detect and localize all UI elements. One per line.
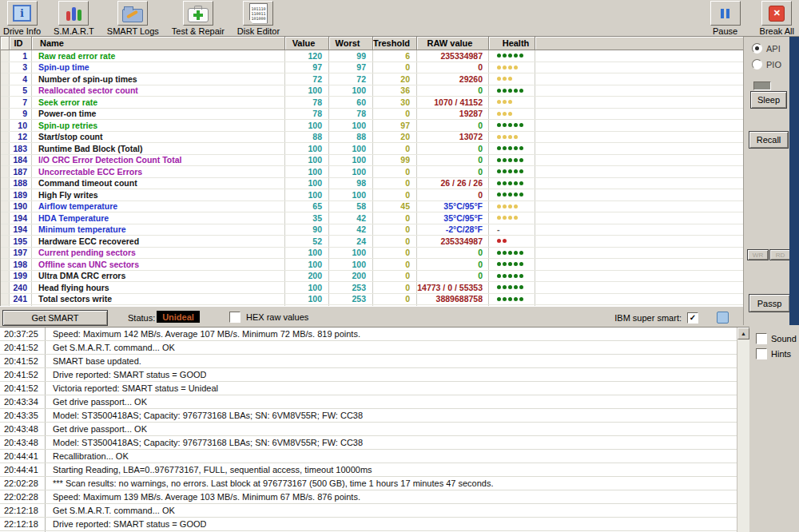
get-smart-button[interactable]: Get SMART	[2, 310, 108, 326]
attribute-value: 100	[285, 259, 329, 270]
smart-row-1[interactable]: 1Raw read error rate120996235334987	[1, 50, 744, 62]
smart-row-194[interactable]: 194HDA Temperature3542035°C/95°F	[1, 212, 744, 224]
row-filler	[535, 97, 744, 108]
log-message: Model: ST3500418AS; Capacity: 976773168 …	[46, 438, 363, 447]
attribute-health	[489, 282, 535, 293]
column-header-treshold[interactable]: Treshold	[373, 37, 417, 50]
log-scrollbar[interactable]: ▲	[737, 328, 749, 532]
smart-row-10[interactable]: 10Spin-up retries100100970	[1, 120, 744, 132]
column-header-id[interactable]: ID	[10, 37, 32, 50]
row-filler	[535, 189, 744, 200]
attribute-name: Number of spin-up times	[32, 73, 285, 85]
health-dot-green	[508, 54, 512, 58]
log-entry[interactable]: 20:41:52Get S.M.A.R.T. command... OK	[0, 341, 749, 355]
smart-row-7[interactable]: 7Seek error rate7860301070 / 41152	[1, 97, 744, 109]
smart-row-184[interactable]: 184I/O CRC Error Detection Count Total10…	[1, 155, 744, 167]
toolbar-button-test-repair[interactable]: Test & Repair	[172, 1, 225, 36]
rd-button[interactable]: RD	[769, 249, 791, 260]
log-entry[interactable]: 22:12:18Get S.M.A.R.T. command... OK	[0, 504, 749, 518]
health-dot-green	[519, 89, 523, 93]
log-timestamp: 20:44:41	[0, 463, 46, 476]
sleep-button[interactable]: Sleep	[750, 91, 787, 109]
smart-row-9[interactable]: 9Power-on time7878019287	[1, 109, 744, 121]
log-entry[interactable]: 20:44:41Starting Reading, LBA=0..9767731…	[0, 463, 749, 477]
ibm-super-smart-checkbox[interactable]: IBM super smart: ✓	[614, 312, 729, 324]
log-entry[interactable]: 20:44:41Recallibration... OK	[0, 450, 749, 463]
attribute-worst: 97	[329, 62, 373, 73]
health-dot-green	[497, 158, 501, 162]
smart-row-241[interactable]: 241Total sectors write10025303889688758	[1, 294, 744, 306]
log-message: *** Scan results: no warnings, no errors…	[46, 478, 494, 488]
attribute-name: Current pending sectors	[32, 248, 285, 259]
toolbar-button-smart-logs[interactable]: SMART Logs	[107, 1, 159, 36]
radio-pio[interactable]: PIO	[752, 59, 781, 69]
log-entry[interactable]: 20:37:25Speed: Maximum 142 MB/s. Average…	[0, 328, 749, 341]
log-timestamp: 20:41:52	[0, 368, 46, 381]
row-gutter	[1, 73, 10, 85]
smart-row-199[interactable]: 199Ultra DMA CRC errors20020000	[1, 271, 744, 283]
smart-row-187[interactable]: 187Uncorrectable ECC Errors10010000	[1, 166, 744, 178]
smart-table-header: IDNameValueWorstTresholdRAW valueHealth	[1, 37, 744, 50]
smart-row-189[interactable]: 189High Fly writes10010000	[1, 189, 744, 201]
log-entry[interactable]: 22:02:28*** Scan results: no warnings, n…	[0, 477, 749, 490]
smart-row-12[interactable]: 12Start/stop count88882013072	[1, 132, 744, 144]
smart-row-194[interactable]: 194Minimum temperature90420-2°C/28°F-	[1, 224, 744, 236]
row-filler	[535, 294, 744, 305]
log-timestamp: 20:41:52	[0, 382, 46, 395]
smart-row-4[interactable]: 4Number of spin-up times72722029260	[1, 73, 744, 85]
toolbar-button-disk-editor[interactable]: 101110110011101000Disk Editor	[237, 1, 280, 36]
smart-row-5[interactable]: 5Reallocated sector count100100360	[1, 85, 744, 97]
health-dot-green	[508, 181, 512, 185]
health-dot-green	[497, 262, 501, 266]
log-timestamp: 22:02:28	[0, 490, 46, 503]
smart-row-3[interactable]: 3Spin-up time979700	[1, 62, 744, 74]
attribute-raw-value: -2°C/28°F	[417, 224, 489, 236]
attribute-treshold: 0	[373, 189, 417, 200]
smart-row-197[interactable]: 197Current pending sectors10010000	[1, 248, 744, 260]
attribute-value: 35	[285, 212, 329, 224]
toolbar-button-s-m-a-r-t[interactable]: S.M.A.R.T	[54, 1, 94, 36]
log-message: Get S.M.A.R.T. command... OK	[46, 343, 175, 352]
log-entry[interactable]: 20:41:52SMART base updated.	[0, 355, 749, 368]
log-entry[interactable]: 20:43:34Get drive passport... OK	[0, 395, 749, 409]
smart-row-198[interactable]: 198Offline scan UNC sectors10010000	[1, 259, 744, 271]
log-entry[interactable]: 22:02:28Speed: Maximum 139 MB/s. Average…	[0, 490, 749, 504]
attribute-worst: 100	[329, 120, 373, 131]
column-header-raw-value[interactable]: RAW value	[417, 37, 489, 50]
column-header-name[interactable]: Name	[32, 37, 285, 50]
health-dot-yellow	[508, 112, 512, 116]
recall-button[interactable]: Recall	[749, 131, 789, 149]
smart-row-188[interactable]: 188Command timeout count10098026 / 26 / …	[1, 178, 744, 190]
smart-row-240[interactable]: 240Head flying hours100253014773 / 0 / 5…	[1, 282, 744, 294]
hex-raw-values-checkbox[interactable]: HEX raw values	[229, 312, 308, 323]
log-entry[interactable]: 20:43:35Model: ST3500418AS; Capacity: 97…	[0, 409, 749, 423]
toolbar-button-pause[interactable]: Pause	[710, 1, 741, 36]
smart-row-183[interactable]: 183Runtime Bad Block (Total)10010000	[1, 143, 744, 155]
log-entry[interactable]: 20:41:52Victoria reported: SMART status …	[0, 382, 749, 395]
smart-row-195[interactable]: 195Hardware ECC recovered52240235334987	[1, 236, 744, 248]
passport-button[interactable]: Passp	[749, 294, 790, 312]
log-entry[interactable]: 22:12:18Drive reported: SMART status = G…	[0, 518, 749, 531]
busy-indicator	[753, 81, 771, 90]
hints-checkbox[interactable]: Hints	[756, 348, 791, 359]
column-header-worst[interactable]: Worst	[329, 37, 373, 50]
health-dot-yellow	[508, 216, 512, 220]
log-entry[interactable]: 20:43:48Model: ST3500418AS; Capacity: 97…	[0, 436, 749, 450]
toolbar-button-break-all[interactable]: ✕Break All	[760, 1, 794, 36]
health-dot-green	[497, 251, 501, 255]
toolbar-button-drive-info[interactable]: iDrive Info	[3, 1, 41, 36]
smart-row-190[interactable]: 190Airflow temperature65584535°C/95°F	[1, 201, 744, 213]
sound-checkbox[interactable]: Sound	[756, 333, 797, 344]
toolbar-button-label: Drive Info	[3, 26, 41, 36]
wr-button[interactable]: WR	[747, 249, 769, 260]
log-entry[interactable]: 20:41:52Drive reported: SMART status = G…	[0, 368, 749, 382]
health-dot-yellow	[503, 66, 507, 69]
log-entry[interactable]: 20:43:48Get drive passport... OK	[0, 423, 749, 436]
row-filler	[535, 120, 744, 131]
attribute-id: 190	[10, 201, 32, 212]
health-dot-green	[497, 297, 501, 301]
column-header-health[interactable]: Health	[489, 37, 535, 50]
radio-api[interactable]: API	[752, 43, 781, 54]
scroll-up-icon[interactable]: ▲	[737, 328, 749, 339]
column-header-value[interactable]: Value	[285, 37, 329, 50]
